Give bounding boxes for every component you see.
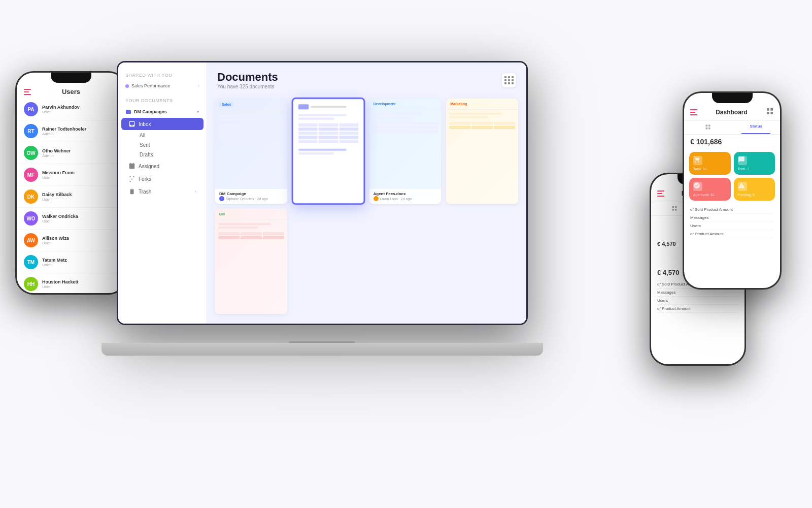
hamburger-icon[interactable] [24, 89, 31, 95]
list-item[interactable]: AW Allison Wiza User [17, 230, 125, 251]
laptop-header: Documents You have 325 documents [207, 62, 526, 93]
user-role: User [42, 263, 67, 267]
nav-forks[interactable]: Forks [121, 173, 204, 185]
shared-label: Shared with you [118, 70, 207, 81]
nav-drafts[interactable]: Drafts [132, 150, 207, 160]
nav-assigned[interactable]: Assigned [121, 160, 204, 172]
list-item[interactable]: WO Walker Ondricka User [17, 208, 125, 230]
shared-sales-performance[interactable]: Sales Performance › [118, 81, 207, 91]
avatar: TM [24, 255, 38, 269]
phone-notch-front [712, 93, 753, 103]
nav-trash[interactable]: Trash › [121, 185, 204, 198]
dash-front-list-3: Users [690, 222, 774, 230]
avatar: HH [24, 277, 38, 291]
doc-footer-dm-campaign: DM Campaign Stphane Delacrox · 2d ago [215, 189, 287, 204]
doc-footer-agent: Agent Fees.docx Laura Lano · 2d ago [369, 189, 442, 204]
nav-sent[interactable]: Sent [132, 140, 207, 150]
list-item[interactable]: OW Otho Wehner Admin [17, 142, 125, 164]
user-name: Rainer Todtenhoefer [42, 126, 86, 132]
user-role: User [42, 110, 80, 114]
dash-front-list-2: Messages [690, 214, 774, 222]
doc-card-header-dev: Development [369, 99, 442, 110]
dash-front-title: Dashboard [716, 109, 748, 116]
dash-front-cards: Total: 32 Total: 7 Approved: 30 [684, 149, 780, 204]
list-item[interactable]: MF Missouri Frami User [17, 164, 125, 186]
dash-front-list-1: of Sold Product Amount [690, 206, 774, 214]
doc-title-dm: DM Campaign [219, 192, 283, 196]
user-role: User [42, 241, 69, 245]
avatar: RT [24, 124, 38, 138]
folder-label: DM Campaigns [134, 109, 167, 114]
dash-front-tab-status[interactable]: Status [732, 121, 781, 134]
avatar: PA [24, 102, 38, 116]
user-role: User [42, 175, 75, 180]
user-info: Parvin Akhundov User [42, 105, 80, 114]
stat-card-teal[interactable]: Total: 7 [734, 152, 775, 175]
doc-card-header-billing: Bill [215, 209, 287, 220]
user-name: Missouri Frami [42, 170, 75, 175]
phone-dashboard-front: Dashboard Status € 101,686 [683, 91, 782, 290]
user-role: User [42, 197, 72, 202]
user-role: User [42, 284, 79, 289]
doc-card-development[interactable]: Development [369, 99, 442, 204]
stat-card-orange[interactable]: Total: 32 [689, 152, 731, 175]
list-item[interactable]: TM Tatum Metz User [17, 251, 125, 273]
user-name: Tatum Metz [42, 258, 67, 263]
nav-forks-label: Forks [139, 176, 151, 182]
avatar-tiny [219, 196, 224, 201]
dash-front-tab-grid[interactable] [684, 121, 732, 134]
user-name: Walker Ondricka [42, 214, 78, 219]
user-name: Allison Wiza [42, 236, 69, 241]
list-item[interactable]: DK Daisy Kilback User [17, 186, 125, 208]
nav-inbox-label: Inbox [139, 121, 151, 127]
list-item[interactable]: PA Parvin Akhundov User [17, 99, 125, 120]
users-title: Users [62, 88, 80, 96]
avatar: WO [24, 211, 38, 226]
documents-grid: Sales [207, 93, 526, 319]
warning-icon [738, 182, 747, 191]
phone-notch [51, 73, 91, 83]
scene: Users PA Parvin Akhundov User RT Rainer … [0, 0, 812, 508]
doc-card-sales[interactable]: Sales [215, 99, 287, 204]
nav-inbox[interactable]: Inbox [121, 118, 204, 130]
avatar: AW [24, 233, 38, 247]
shared-item-label: Sales Performance [131, 83, 171, 88]
laptop-sidebar: Shared with you Sales Performance › Your… [118, 62, 207, 324]
user-info: Allison Wiza User [42, 236, 69, 245]
dash-back-stat: € 4,570 [657, 241, 676, 247]
folder-dm-campaigns[interactable]: DM Campaigns ▾ [118, 106, 207, 117]
hamburger-front[interactable] [690, 109, 697, 115]
cart-icon [693, 156, 702, 165]
page-title: Documents [217, 71, 278, 84]
list-item[interactable]: RT Rainer Todtenhoefer Admin [17, 120, 125, 142]
stat-card-red[interactable]: Approved: 30 [689, 178, 731, 201]
laptop: Shared with you Sales Performance › Your… [117, 61, 538, 356]
dash-list-item-4: of Product Amount [657, 305, 738, 313]
stat-card-yellow[interactable]: Pending: 6 [734, 178, 775, 201]
doc-card-marketing[interactable]: Marketing [446, 99, 518, 204]
grid-view-button[interactable] [502, 73, 516, 87]
user-role: Admin [42, 132, 86, 136]
stat-card-label-orange: Total: 32 [693, 167, 727, 171]
user-info: Tatum Metz User [42, 258, 67, 267]
user-role: Admin [42, 153, 71, 158]
hamburger-back[interactable] [657, 190, 664, 197]
dash-front-header: Dashboard [684, 104, 780, 121]
nav-all[interactable]: All [132, 131, 207, 140]
user-name: Parvin Akhundov [42, 105, 80, 110]
user-info: Daisy Kilback User [42, 192, 72, 202]
user-role: User [42, 219, 78, 224]
user-info: Missouri Frami User [42, 170, 75, 180]
doc-title-agent: Agent Fees.docx [374, 192, 437, 196]
user-info: Walker Ondricka User [42, 214, 78, 224]
user-info: Houston Hackett User [42, 279, 79, 289]
doc-card-featured[interactable] [291, 98, 365, 205]
list-item[interactable]: HH Houston Hackett User [17, 273, 125, 293]
dash-front-grid-icon[interactable] [766, 107, 774, 117]
stat-card-label-yellow: Pending: 6 [738, 193, 771, 197]
page-subtitle: You have 325 documents [217, 84, 278, 89]
doc-card-header-marketing: Marketing [446, 99, 518, 110]
dash-back-value: € 4,570 [657, 241, 676, 247]
user-name: Houston Hackett [42, 279, 79, 284]
doc-card-billing[interactable]: Bill [215, 209, 287, 314]
